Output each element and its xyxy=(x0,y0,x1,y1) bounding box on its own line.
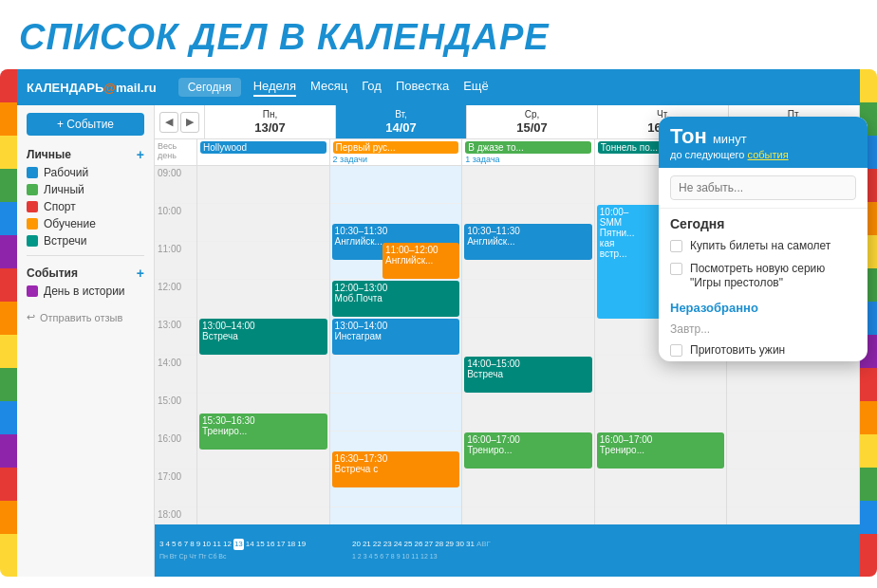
overlay-today-title: Сегодня xyxy=(659,209,868,235)
checkbox-personal[interactable] xyxy=(27,184,38,195)
feedback-arrow-icon: ↩ xyxy=(27,311,35,323)
add-event-button[interactable]: + Событие xyxy=(27,113,144,136)
overlay-unsorted-title: Неразобранно xyxy=(659,295,868,319)
sidebar-personal-title: Личные + xyxy=(17,143,154,164)
nav-link-more[interactable]: Ещё xyxy=(463,79,489,97)
allday-tue[interactable]: Первый рус... 2 задачи xyxy=(330,139,463,165)
today-button[interactable]: Сегодня xyxy=(178,78,241,97)
todo-input[interactable] xyxy=(670,175,856,200)
task-checkbox-1[interactable] xyxy=(670,240,682,252)
mini-cal-numbers: 3456789 10111213141516 171819 Пн Вт Ср Ч… xyxy=(159,539,345,562)
checkbox-sport[interactable] xyxy=(27,201,38,212)
sidebar: + Событие Личные + Рабочий Личный Спорт xyxy=(17,105,155,577)
sidebar-item-sport[interactable]: Спорт xyxy=(17,198,154,215)
event-wed-meeting[interactable]: 14:00–15:00Встреча xyxy=(464,357,592,393)
nav-link-year[interactable]: Год xyxy=(362,79,382,97)
allday-time-col: Весьдень xyxy=(155,139,197,165)
page-title: СПИСОК ДЕЛ В КАЛЕНДАРЕ xyxy=(0,0,877,69)
sidebar-item-personal[interactable]: Личный xyxy=(17,181,154,198)
sidebar-item-work[interactable]: Рабочий xyxy=(17,164,154,181)
allday-event-tue[interactable]: Первый рус... xyxy=(333,141,459,154)
checkbox-meetings[interactable] xyxy=(27,235,38,247)
top-nav: КАЛЕНДАРЬ@mail.ru Сегодня Неделя Месяц Г… xyxy=(17,69,860,105)
allday-event-mon[interactable]: Hollywood xyxy=(200,141,327,154)
checkbox-study[interactable] xyxy=(27,218,38,230)
mini-cal-numbers-2: 20212223242526 2728293031 АВГ 1 2 3 4 5 … xyxy=(352,539,504,562)
overlay-input-row xyxy=(659,168,868,209)
checkbox-work[interactable] xyxy=(27,167,38,178)
nav-links: Неделя Месяц Год Повестка Ещё xyxy=(253,79,489,97)
feedback-link[interactable]: ↩ Отправить отзыв xyxy=(17,307,154,327)
day-header-mon[interactable]: Пн, 13/07 xyxy=(205,105,336,138)
lego-border-left xyxy=(0,69,17,577)
overlay-task-tomorrow[interactable]: Приготовить ужин xyxy=(659,340,868,362)
day-header-wed[interactable]: Ср, 15/07 xyxy=(467,105,598,138)
task-checkbox-2[interactable] xyxy=(670,263,682,275)
nav-link-agenda[interactable]: Повестка xyxy=(396,79,449,97)
task-checkbox-tomorrow[interactable] xyxy=(670,344,682,357)
wed-tasks-badge[interactable]: 1 задача xyxy=(465,155,591,164)
time-column: 09:00 10:00 11:00 12:00 13:00 14:00 15:0… xyxy=(155,166,197,524)
allday-wed[interactable]: В джазе то... 1 задача xyxy=(462,139,595,165)
bottom-strip: 3456789 10111213141516 171819 Пн Вт Ср Ч… xyxy=(155,524,860,577)
sidebar-item-history[interactable]: День в истории xyxy=(17,283,154,300)
allday-mon[interactable]: Hollywood xyxy=(197,139,330,165)
overlay-event-link[interactable]: события xyxy=(748,149,789,160)
checkbox-history[interactable] xyxy=(27,285,38,297)
add-events-icon[interactable]: + xyxy=(137,266,144,281)
day-header-tue[interactable]: Вт, 14/07 xyxy=(336,105,467,138)
sidebar-events-title: События + xyxy=(17,262,154,283)
event-mon-meeting[interactable]: 13:00–14:00Встреча xyxy=(199,319,327,355)
calendar-wrapper: КАЛЕНДАРЬ@mail.ru Сегодня Неделя Месяц Г… xyxy=(0,69,877,577)
sidebar-item-study[interactable]: Обучение xyxy=(17,215,154,232)
next-week-button[interactable]: ▶ xyxy=(180,112,199,133)
event-tue-mobpochta[interactable]: 12:00–13:00Моб.Почта xyxy=(332,281,460,317)
grid-col-tue: 10:30–11:30Английск... 11:00–12:00Англий… xyxy=(330,166,463,524)
week-nav: ◀ ▶ xyxy=(155,105,205,138)
event-tue-instagram[interactable]: 13:00–14:00Инстаграм xyxy=(332,319,460,355)
event-thu-training[interactable]: 16:00–17:00Трениро... xyxy=(597,432,725,469)
allday-event-wed[interactable]: В джазе то... xyxy=(465,141,591,154)
overlay-task-2[interactable]: Посмотреть новую серию "Игры престолов" xyxy=(659,258,868,295)
grid-col-mon: 13:00–14:00Встреча 15:30–16:30Трениро... xyxy=(197,166,330,524)
nav-link-month[interactable]: Месяц xyxy=(310,79,347,97)
overlay-tomorrow-label: Завтр... xyxy=(659,319,868,340)
tue-tasks-badge[interactable]: 2 задачи xyxy=(333,155,459,164)
overlay-task-1[interactable]: Купить билеты на самолет xyxy=(659,235,868,258)
event-wed-english[interactable]: 10:30–11:30Английск... xyxy=(464,224,592,260)
nav-logo: КАЛЕНДАРЬ@mail.ru xyxy=(27,81,157,95)
event-mon-training[interactable]: 15:30–16:30Трениро... xyxy=(199,413,327,450)
event-tue-meeting2[interactable]: 16:30–17:30Встреча с xyxy=(332,451,460,487)
prev-week-button[interactable]: ◀ xyxy=(159,112,178,133)
event-wed-training[interactable]: 16:00–17:00Трениро... xyxy=(464,432,592,469)
grid-col-wed: 10:30–11:30Английск... 14:00–15:00Встреч… xyxy=(462,166,595,524)
add-personal-icon[interactable]: + xyxy=(137,147,144,162)
event-tue-english2[interactable]: 11:00–12:00Английск... xyxy=(383,243,459,279)
overlay-minutes: Тон минут xyxy=(670,124,856,149)
nav-link-week[interactable]: Неделя xyxy=(253,79,296,97)
overlay-panel: Тон минут до следующего события Сегодня … xyxy=(659,117,868,361)
sidebar-divider xyxy=(27,255,144,256)
nav-logo-at: @ xyxy=(103,81,116,95)
overlay-subtitle: до следующего события xyxy=(670,149,856,160)
overlay-header: Тон минут до следующего события xyxy=(659,117,868,168)
sidebar-item-meetings[interactable]: Встречи xyxy=(17,232,154,249)
